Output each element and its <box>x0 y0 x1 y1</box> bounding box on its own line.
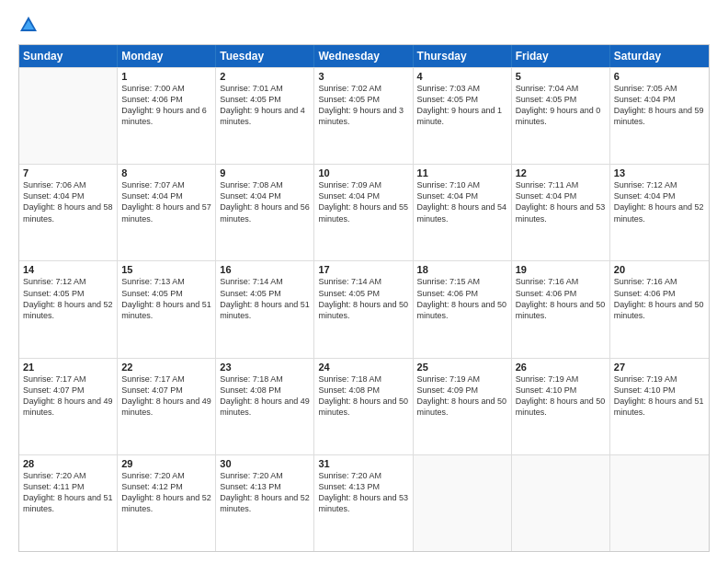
cal-cell: 22Sunrise: 7:17 AM Sunset: 4:07 PM Dayli… <box>118 359 216 454</box>
day-number: 18 <box>417 264 507 275</box>
day-number: 23 <box>220 362 310 373</box>
cell-info: Sunrise: 7:20 AM Sunset: 4:11 PM Dayligh… <box>23 470 113 515</box>
day-number: 28 <box>23 458 113 469</box>
header-monday: Monday <box>118 45 216 67</box>
cal-cell: 12Sunrise: 7:11 AM Sunset: 4:04 PM Dayli… <box>512 165 610 260</box>
header <box>18 15 710 35</box>
cal-cell <box>414 455 512 551</box>
cell-info: Sunrise: 7:07 AM Sunset: 4:04 PM Dayligh… <box>121 179 211 224</box>
cal-cell: 26Sunrise: 7:19 AM Sunset: 4:10 PM Dayli… <box>512 359 610 454</box>
cell-info: Sunrise: 7:02 AM Sunset: 4:05 PM Dayligh… <box>318 83 408 128</box>
cell-info: Sunrise: 7:17 AM Sunset: 4:07 PM Dayligh… <box>23 373 113 419</box>
cell-info: Sunrise: 7:11 AM Sunset: 4:04 PM Dayligh… <box>516 179 606 224</box>
cell-info: Sunrise: 7:19 AM Sunset: 4:10 PM Dayligh… <box>614 373 705 419</box>
day-number: 8 <box>121 167 211 178</box>
day-number: 15 <box>121 264 211 275</box>
day-number: 3 <box>318 71 408 82</box>
cell-info: Sunrise: 7:15 AM Sunset: 4:06 PM Dayligh… <box>417 276 507 321</box>
cal-cell: 18Sunrise: 7:15 AM Sunset: 4:06 PM Dayli… <box>414 261 512 357</box>
day-number: 7 <box>23 167 113 178</box>
day-number: 6 <box>614 71 705 82</box>
cell-info: Sunrise: 7:19 AM Sunset: 4:10 PM Dayligh… <box>516 373 606 419</box>
header-wednesday: Wednesday <box>314 45 413 67</box>
cal-cell: 1Sunrise: 7:00 AM Sunset: 4:06 PM Daylig… <box>118 68 216 164</box>
logo <box>18 15 42 35</box>
cal-cell: 21Sunrise: 7:17 AM Sunset: 4:07 PM Dayli… <box>19 359 118 454</box>
cal-cell: 28Sunrise: 7:20 AM Sunset: 4:11 PM Dayli… <box>19 455 118 551</box>
cal-cell: 29Sunrise: 7:20 AM Sunset: 4:12 PM Dayli… <box>118 455 216 551</box>
cell-info: Sunrise: 7:20 AM Sunset: 4:13 PM Dayligh… <box>220 470 310 515</box>
cell-info: Sunrise: 7:14 AM Sunset: 4:05 PM Dayligh… <box>220 276 310 321</box>
cal-cell: 24Sunrise: 7:18 AM Sunset: 4:08 PM Dayli… <box>314 359 413 454</box>
day-number: 17 <box>318 264 408 275</box>
cell-info: Sunrise: 7:12 AM Sunset: 4:05 PM Dayligh… <box>23 276 113 321</box>
cal-cell <box>512 455 610 551</box>
cell-info: Sunrise: 7:16 AM Sunset: 4:06 PM Dayligh… <box>516 276 606 321</box>
cell-info: Sunrise: 7:09 AM Sunset: 4:04 PM Dayligh… <box>318 179 408 224</box>
cal-cell: 23Sunrise: 7:18 AM Sunset: 4:08 PM Dayli… <box>216 359 314 454</box>
cal-cell: 25Sunrise: 7:19 AM Sunset: 4:09 PM Dayli… <box>414 359 512 454</box>
cal-cell: 7Sunrise: 7:06 AM Sunset: 4:04 PM Daylig… <box>19 165 118 260</box>
day-number: 31 <box>318 458 408 469</box>
day-number: 20 <box>614 264 705 275</box>
cell-info: Sunrise: 7:04 AM Sunset: 4:05 PM Dayligh… <box>516 83 606 128</box>
day-number: 9 <box>220 167 310 178</box>
header-tuesday: Tuesday <box>216 45 314 67</box>
cal-cell: 31Sunrise: 7:20 AM Sunset: 4:13 PM Dayli… <box>314 455 413 551</box>
day-number: 10 <box>318 167 408 178</box>
header-sunday: Sunday <box>19 45 118 67</box>
day-number: 27 <box>614 362 705 373</box>
cal-cell: 3Sunrise: 7:02 AM Sunset: 4:05 PM Daylig… <box>314 68 413 164</box>
cal-cell <box>610 455 709 551</box>
day-number: 11 <box>417 167 507 178</box>
day-number: 16 <box>220 264 310 275</box>
day-number: 13 <box>614 167 705 178</box>
cal-row-1: 7Sunrise: 7:06 AM Sunset: 4:04 PM Daylig… <box>19 164 709 260</box>
day-number: 29 <box>121 458 211 469</box>
cal-cell <box>19 68 118 164</box>
cal-cell: 20Sunrise: 7:16 AM Sunset: 4:06 PM Dayli… <box>610 261 709 357</box>
day-number: 5 <box>516 71 606 82</box>
cal-cell: 19Sunrise: 7:16 AM Sunset: 4:06 PM Dayli… <box>512 261 610 357</box>
cal-row-2: 14Sunrise: 7:12 AM Sunset: 4:05 PM Dayli… <box>19 260 709 357</box>
cell-info: Sunrise: 7:20 AM Sunset: 4:13 PM Dayligh… <box>318 470 408 515</box>
cal-cell: 4Sunrise: 7:03 AM Sunset: 4:05 PM Daylig… <box>414 68 512 164</box>
day-number: 21 <box>23 362 113 373</box>
logo-icon <box>18 15 39 35</box>
cal-cell: 27Sunrise: 7:19 AM Sunset: 4:10 PM Dayli… <box>610 359 709 454</box>
cell-info: Sunrise: 7:06 AM Sunset: 4:04 PM Dayligh… <box>23 179 113 224</box>
cal-cell: 30Sunrise: 7:20 AM Sunset: 4:13 PM Dayli… <box>216 455 314 551</box>
cell-info: Sunrise: 7:16 AM Sunset: 4:06 PM Dayligh… <box>614 276 705 321</box>
page: SundayMondayTuesdayWednesdayThursdayFrid… <box>0 0 728 563</box>
header-friday: Friday <box>512 45 610 67</box>
cal-cell: 16Sunrise: 7:14 AM Sunset: 4:05 PM Dayli… <box>216 261 314 357</box>
day-number: 22 <box>121 362 211 373</box>
day-number: 12 <box>516 167 606 178</box>
day-number: 30 <box>220 458 310 469</box>
cal-row-0: 1Sunrise: 7:00 AM Sunset: 4:06 PM Daylig… <box>19 67 709 164</box>
cell-info: Sunrise: 7:08 AM Sunset: 4:04 PM Dayligh… <box>220 179 310 224</box>
cal-cell: 5Sunrise: 7:04 AM Sunset: 4:05 PM Daylig… <box>512 68 610 164</box>
cal-cell: 9Sunrise: 7:08 AM Sunset: 4:04 PM Daylig… <box>216 165 314 260</box>
header-thursday: Thursday <box>414 45 512 67</box>
cal-cell: 10Sunrise: 7:09 AM Sunset: 4:04 PM Dayli… <box>314 165 413 260</box>
calendar-header: SundayMondayTuesdayWednesdayThursdayFrid… <box>19 45 709 67</box>
day-number: 14 <box>23 264 113 275</box>
cell-info: Sunrise: 7:03 AM Sunset: 4:05 PM Dayligh… <box>417 83 507 128</box>
cell-info: Sunrise: 7:00 AM Sunset: 4:06 PM Dayligh… <box>121 83 211 128</box>
day-number: 4 <box>417 71 507 82</box>
day-number: 1 <box>121 71 211 82</box>
cal-cell: 2Sunrise: 7:01 AM Sunset: 4:05 PM Daylig… <box>216 68 314 164</box>
cell-info: Sunrise: 7:19 AM Sunset: 4:09 PM Dayligh… <box>417 373 507 419</box>
cell-info: Sunrise: 7:17 AM Sunset: 4:07 PM Dayligh… <box>121 373 211 419</box>
cell-info: Sunrise: 7:01 AM Sunset: 4:05 PM Dayligh… <box>220 83 310 128</box>
cell-info: Sunrise: 7:05 AM Sunset: 4:04 PM Dayligh… <box>614 83 705 128</box>
cal-cell: 11Sunrise: 7:10 AM Sunset: 4:04 PM Dayli… <box>414 165 512 260</box>
cal-row-3: 21Sunrise: 7:17 AM Sunset: 4:07 PM Dayli… <box>19 358 709 454</box>
day-number: 19 <box>516 264 606 275</box>
cell-info: Sunrise: 7:20 AM Sunset: 4:12 PM Dayligh… <box>121 470 211 515</box>
cell-info: Sunrise: 7:18 AM Sunset: 4:08 PM Dayligh… <box>220 373 310 419</box>
cal-cell: 8Sunrise: 7:07 AM Sunset: 4:04 PM Daylig… <box>118 165 216 260</box>
cal-cell: 6Sunrise: 7:05 AM Sunset: 4:04 PM Daylig… <box>610 68 709 164</box>
cal-cell: 14Sunrise: 7:12 AM Sunset: 4:05 PM Dayli… <box>19 261 118 357</box>
